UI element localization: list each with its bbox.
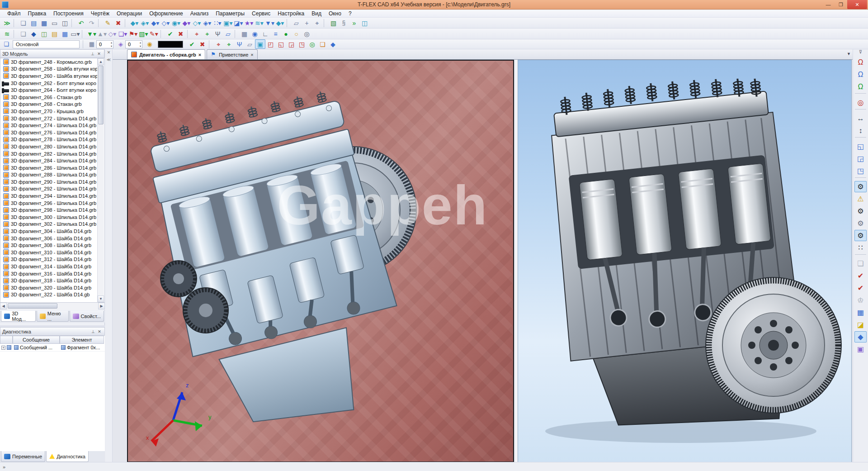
toolbar-icon[interactable]: ▱	[245, 39, 255, 49]
toolbar-icon[interactable]: ◉	[250, 29, 260, 38]
window-control-button[interactable]: ✕	[847, 0, 867, 9]
menu-item[interactable]: Чертёж	[87, 10, 113, 17]
toolbar-icon[interactable]: ◈▾	[140, 18, 150, 28]
tree-item[interactable]: 3D фрагмент_302 - Шпилька D14.grb	[0, 221, 104, 228]
toolbar-icon[interactable]: ✔	[165, 29, 175, 38]
toolbar-icon[interactable]: ◆▾	[181, 18, 192, 28]
toolbar-icon[interactable]	[71, 19, 75, 27]
window-control-button[interactable]: ❐	[835, 0, 847, 9]
status-chevron[interactable]: »	[3, 464, 5, 470]
tree-item[interactable]: 3D фрагмент_264 - Болт втулки коро	[0, 86, 104, 94]
toolbar-icon[interactable]: ◇▾	[192, 18, 202, 28]
toolbar-icon[interactable]: ◎	[307, 39, 317, 49]
view-toolbar-icon[interactable]: ◆	[854, 331, 867, 343]
toolbar-icon[interactable]: ▧▾	[138, 29, 149, 38]
toolbar-icon[interactable]: ⚑▾	[128, 29, 138, 38]
toolbar-icon[interactable]: ✎	[103, 18, 113, 28]
menu-item[interactable]: Файл	[4, 10, 24, 17]
menu-item[interactable]: Оформление	[146, 10, 186, 17]
toolbar-icon[interactable]: ▭	[49, 18, 60, 28]
tree-item[interactable]: 3D фрагмент_266 - Стакан.grb	[0, 94, 104, 101]
diagnostics-row[interactable]: + Сообщений ... Фрагмент 0x...	[0, 344, 105, 352]
view-toolbar-icon[interactable]	[855, 254, 866, 257]
toolbar-icon[interactable]: ≋▾	[254, 18, 264, 28]
toolbar-icon[interactable]: ≋	[2, 29, 12, 38]
view-toolbar-icon[interactable]: ◳	[854, 165, 867, 176]
toolbar-icon[interactable]: ▲▾	[97, 29, 107, 38]
toolbar-icon[interactable]	[14, 19, 17, 27]
tree-item[interactable]: 3D фрагмент_288 - Шпилька D14.grb	[0, 171, 104, 179]
toolbar-icon[interactable]	[125, 19, 128, 27]
spinner-level[interactable]: 0	[96, 40, 113, 48]
toolbar-icon[interactable]: ❏▾	[118, 29, 128, 38]
toolbar-icon[interactable]: ○	[291, 29, 302, 38]
toolbar-icon[interactable]	[287, 19, 290, 27]
tree-item[interactable]: 3D фрагмент_306 - Шайба D14.grb	[0, 235, 104, 242]
view-toolbar-icon[interactable]: ⚙	[854, 218, 867, 229]
toolbar-icon[interactable]: +	[302, 18, 312, 28]
tree-item[interactable]: 3D фрагмент_286 - Шпилька D14.grb	[0, 164, 104, 171]
toolbar-icon[interactable]	[235, 30, 238, 38]
scrollbar-thumb[interactable]	[8, 303, 57, 309]
view-toolbar-icon[interactable]: ✔	[854, 282, 867, 294]
toolbar-icon[interactable]: ◆	[328, 39, 338, 49]
view-toolbar-icon[interactable]	[855, 177, 866, 180]
tree-item[interactable]: 3D фрагмент_300 - Шпилька D14.grb	[0, 214, 104, 221]
view-toolbar-icon[interactable]: ⚠	[854, 193, 867, 205]
toolbar-icon[interactable]	[14, 30, 17, 38]
tree-vertical-scrollbar[interactable]: ▲ ▼	[97, 58, 104, 302]
toolbar-icon[interactable]: ▭▾	[70, 29, 80, 38]
toolbar-icon[interactable]: ◇▾	[107, 29, 118, 38]
view-toolbar-icon[interactable]: ⚙	[854, 230, 867, 241]
toolbar-icon[interactable]: ✔	[187, 39, 197, 49]
toolbar-icon[interactable]: ▤	[49, 29, 60, 38]
toolbar-icon[interactable]: Ψ	[212, 29, 223, 38]
close-tab-icon[interactable]: ×	[198, 52, 201, 57]
toolbar-icon[interactable]: ▤	[28, 18, 39, 28]
toolbar-icon[interactable]: ⌖	[213, 39, 224, 49]
tree-item[interactable]: 3D фрагмент_268 - Стакан.grb	[0, 101, 104, 108]
dock-tab[interactable]: Свойст...	[70, 311, 104, 322]
toolbar-icon[interactable]: ≫	[2, 18, 12, 28]
tree-item[interactable]: 3D фрагмент_292 - Шпилька D14.grb	[0, 186, 104, 193]
color-swatch[interactable]	[158, 41, 183, 48]
toolbar-icon[interactable]: ◆▾	[275, 18, 285, 28]
menu-item[interactable]: Правка	[24, 10, 50, 17]
spinner-priority[interactable]: 0	[125, 40, 142, 48]
toolbar-icon[interactable]: ⌖	[312, 18, 322, 28]
tree-item[interactable]: 3D фрагмент_274 - Шпилька D14.grb	[0, 122, 104, 129]
close-tab-icon[interactable]: ×	[250, 52, 253, 57]
toolbar-icon[interactable]: ★▾	[244, 18, 254, 28]
toolbar-icon[interactable]: ◳	[297, 39, 307, 49]
menu-item[interactable]: Анализ	[187, 10, 212, 17]
toolbar-icon[interactable]: ↷	[86, 18, 97, 28]
view-toolbar-icon[interactable]: ◪	[854, 319, 867, 330]
toolbar-icon[interactable]	[187, 30, 190, 38]
toolbar-icon[interactable]	[82, 30, 85, 38]
view-toolbar-icon[interactable]: ◱	[854, 141, 867, 152]
tree-item[interactable]: 3D фрагмент_270 - Крышка.grb	[0, 108, 104, 115]
scroll-right-icon[interactable]: ▶	[98, 303, 105, 309]
toolbar-icon[interactable]: ✖	[175, 29, 186, 38]
layer-combo[interactable]: Основной	[13, 40, 80, 48]
toolbar-icon[interactable]: ●	[281, 29, 291, 38]
tab-variables[interactable]: Переменные	[1, 451, 45, 462]
view-toolbar-icon[interactable]: ♔	[854, 295, 867, 306]
scroll-tabs-left-icon[interactable]: ≪	[106, 57, 112, 64]
view-toolbar-icon[interactable]: ◲	[854, 153, 867, 164]
tree-item[interactable]: 3D фрагмент_318 - Шайба D14.grb	[0, 277, 104, 284]
tree-item[interactable]: 3D фрагмент_262 - Болт втулки коро	[0, 80, 104, 87]
tree-item[interactable]: 3D фрагмент_314 - Шайба D14.grb	[0, 263, 104, 270]
toolbar-icon[interactable]: ◲	[286, 39, 297, 49]
toolbar-icon[interactable]: ◆▾	[150, 18, 160, 28]
toolbar-icon[interactable]: Ψ	[234, 39, 245, 49]
toolbar-icon[interactable]	[324, 19, 327, 27]
toolbar-icon[interactable]: ◆	[28, 29, 39, 38]
toolbar-icon[interactable]: ❏	[317, 39, 328, 49]
view-toolbar-icon[interactable]: ∷	[854, 242, 867, 253]
view-toolbar-icon[interactable]: ✔	[854, 270, 867, 281]
toolbar-icon[interactable]: ◪▾	[233, 18, 244, 28]
toolbar-icon[interactable]: ◫	[39, 29, 49, 38]
toolbar-icon[interactable]: ⌖	[224, 39, 234, 49]
tree-item[interactable]: 3D фрагмент_280 - Шпилька D14.grb	[0, 143, 104, 150]
